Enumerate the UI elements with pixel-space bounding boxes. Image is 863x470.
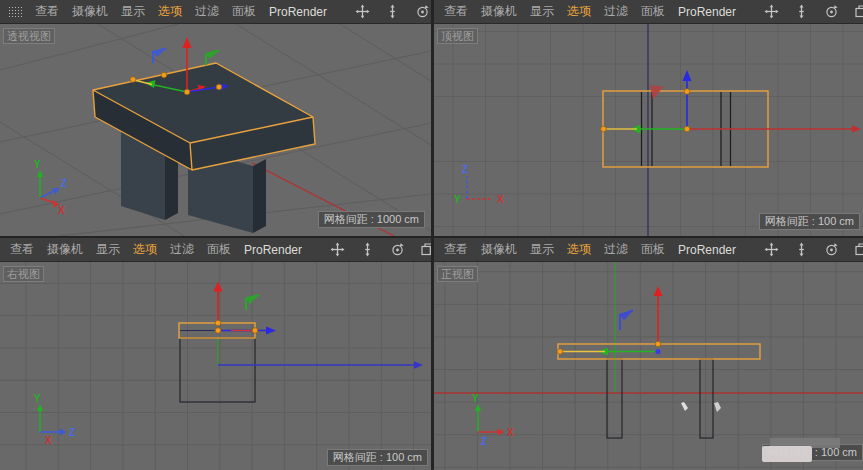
move-icon[interactable] (764, 242, 779, 257)
menu-item-panel[interactable]: 面板 (641, 3, 665, 20)
gizmo-axis-z-dot (655, 349, 660, 354)
param-handle-dots (215, 320, 258, 333)
menu-item-prorender[interactable]: ProRender (244, 243, 302, 257)
viewport-canvas-right[interactable]: Y Z X 右视图 网格间距 : 100 cm (0, 262, 431, 470)
menu-item-display[interactable]: 显示 (96, 241, 120, 258)
maximize-icon[interactable] (854, 242, 863, 257)
dolly-icon[interactable] (794, 242, 809, 257)
rotate-icon[interactable] (390, 242, 405, 257)
menu-item-options[interactable]: 选项 (567, 241, 591, 258)
menu-item-filter[interactable]: 过滤 (195, 3, 219, 20)
menu-item-camera[interactable]: 摄像机 (47, 241, 83, 258)
menu-item-camera[interactable]: 摄像机 (481, 241, 517, 258)
menu-item-prorender[interactable]: ProRender (269, 5, 327, 19)
menu-item-view[interactable]: 查看 (444, 241, 468, 258)
menu-item-options[interactable]: 选项 (567, 3, 591, 20)
axis-indicator: Y Z X (34, 393, 75, 446)
menu-item-options[interactable]: 选项 (158, 3, 182, 20)
axis-indicator: Y Z X (34, 159, 67, 216)
viewport-top[interactable]: 查看 摄像机 显示 选项 过滤 面板 ProRender (434, 0, 863, 236)
rotate-icon[interactable] (824, 242, 839, 257)
move-icon[interactable] (355, 4, 370, 19)
menu-item-filter[interactable]: 过滤 (604, 3, 628, 20)
gizmo-axis-y (606, 125, 687, 134)
menu-item-view[interactable]: 查看 (10, 241, 34, 258)
rotate-icon[interactable] (824, 4, 839, 19)
viewport-menubar: 查看 摄像机 显示 选项 过滤 面板 ProRender (0, 238, 431, 262)
viewport-perspective[interactable]: 查看 摄像机 显示 选项 过滤 面板 ProRender (0, 0, 431, 236)
table-model[interactable] (93, 63, 315, 233)
move-gizmo[interactable] (557, 286, 662, 356)
menu-item-panel[interactable]: 面板 (641, 241, 665, 258)
svg-text:Z: Z (69, 427, 75, 438)
watermark-specks (681, 402, 721, 412)
svg-text:Y: Y (34, 159, 41, 170)
menu-item-filter[interactable]: 过滤 (604, 241, 628, 258)
viewport-label: 右视图 (3, 266, 44, 282)
grid-spacing-badge: 网格间距 : 100 cm (759, 213, 860, 230)
viewport-front[interactable]: 查看 摄像机 显示 选项 过滤 面板 ProRender (434, 238, 863, 470)
menu-item-options[interactable]: 选项 (133, 241, 157, 258)
gizmo-plane-handle-z (620, 311, 633, 331)
move-icon[interactable] (330, 242, 345, 257)
table-leg-right-outline (700, 359, 713, 438)
dolly-icon[interactable] (794, 4, 809, 19)
menu-item-display[interactable]: 显示 (530, 241, 554, 258)
svg-text:Z: Z (61, 178, 67, 189)
menu-item-prorender[interactable]: ProRender (678, 243, 736, 257)
gizmo-plane-handle-z (153, 49, 166, 64)
viewport-canvas-perspective[interactable]: Y Z X 透视视图 网格间距 : 1000 cm (0, 24, 431, 236)
gizmo-axis-y (562, 348, 658, 356)
viewport-label: 顶视图 (437, 28, 478, 44)
svg-text:Y: Y (34, 393, 41, 404)
menu-item-display[interactable]: 显示 (530, 3, 554, 20)
move-gizmo[interactable] (601, 70, 692, 134)
c4d-quad-view: 查看 摄像机 显示 选项 过滤 面板 ProRender (0, 0, 863, 470)
param-handle-dots (601, 89, 690, 132)
svg-text:Y: Y (454, 194, 461, 205)
menu-item-filter[interactable]: 过滤 (170, 241, 194, 258)
maximize-icon[interactable] (420, 242, 431, 257)
viewport-canvas-top[interactable]: Z Y X 顶视图 网格间距 : 100 cm (434, 24, 863, 236)
axis-indicator: Y X Z (472, 393, 514, 447)
svg-text:X: X (497, 194, 504, 205)
svg-text:Z: Z (462, 164, 468, 175)
drag-grid-icon[interactable] (8, 5, 22, 18)
menu-item-prorender[interactable]: ProRender (678, 5, 736, 19)
watermark-smudge-white (762, 446, 812, 462)
menu-item-view[interactable]: 查看 (444, 3, 468, 20)
viewport-label: 透视视图 (3, 28, 55, 44)
menu-item-camera[interactable]: 摄像机 (481, 3, 517, 20)
move-icon[interactable] (764, 4, 779, 19)
viewport-label: 正视图 (437, 266, 478, 282)
menu-item-display[interactable]: 显示 (121, 3, 145, 20)
dolly-icon[interactable] (360, 242, 375, 257)
viewport-menubar: 查看 摄像机 显示 选项 过滤 面板 ProRender (434, 0, 863, 24)
svg-text:Y: Y (472, 393, 479, 404)
svg-text:Z: Z (481, 436, 487, 447)
grid-lines (0, 262, 431, 470)
rotate-icon[interactable] (415, 4, 430, 19)
viewport-menubar: 查看 摄像机 显示 选项 过滤 面板 ProRender (0, 0, 431, 24)
menu-item-panel[interactable]: 面板 (207, 241, 231, 258)
axis-indicator: Z Y X (454, 164, 504, 205)
dolly-icon[interactable] (385, 4, 400, 19)
table-leg-right-side[interactable] (253, 159, 266, 233)
move-gizmo[interactable] (214, 282, 277, 335)
grid-spacing-badge: 网格间距 : 100 cm (327, 449, 428, 466)
svg-text:X: X (58, 205, 65, 216)
param-handle-dots (557, 341, 661, 354)
viewport-right[interactable]: 查看 摄像机 显示 选项 过滤 面板 ProRender (0, 238, 431, 470)
svg-text:X: X (45, 435, 52, 446)
viewport-menubar: 查看 摄像机 显示 选项 过滤 面板 ProRender (434, 238, 863, 262)
maximize-icon[interactable] (854, 4, 863, 19)
gizmo-axis-x (654, 286, 663, 344)
grid-spacing-badge: 网格间距 : 1000 cm (318, 211, 425, 228)
menu-item-camera[interactable]: 摄像机 (72, 3, 108, 20)
viewport-canvas-front[interactable]: Y X Z 正视图 网格间距 : 100 cm (434, 262, 863, 470)
table-wireframe[interactable] (558, 344, 760, 438)
gizmo-axis-z (683, 70, 692, 129)
menu-item-panel[interactable]: 面板 (232, 3, 256, 20)
menu-item-view[interactable]: 查看 (35, 3, 59, 20)
world-axis-z (218, 361, 423, 369)
